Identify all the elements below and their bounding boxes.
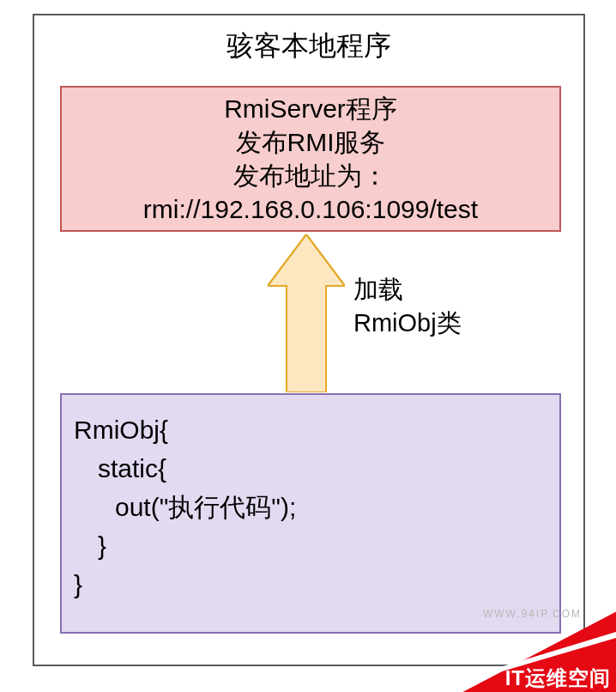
code-line-3: out("执行代码"); [74, 488, 547, 526]
arrow-up-icon [268, 234, 345, 392]
code-line-4: } [74, 526, 547, 565]
server-line1: RmiServer程序 [224, 92, 397, 125]
arrow-label-line2: RmiObj类 [353, 307, 462, 340]
server-box: RmiServer程序 发布RMI服务 发布地址为： rmi://192.168… [60, 86, 561, 232]
server-line3: 发布地址为： [233, 159, 388, 192]
code-line-2: static{ [74, 449, 547, 488]
server-line4: rmi://192.168.0.106:1099/test [143, 192, 478, 226]
banner-text: IT运维空间 [505, 665, 611, 692]
arrow-shape [268, 234, 345, 392]
arrow-label-line1: 加载 [353, 273, 462, 307]
server-line2: 发布RMI服务 [236, 125, 386, 159]
outer-title: 骇客本地程序 [34, 27, 583, 65]
code-line-1: RmiObj{ [74, 410, 547, 449]
outer-container: 骇客本地程序 RmiServer程序 发布RMI服务 发布地址为： rmi://… [33, 14, 585, 666]
arrow-label: 加载 RmiObj类 [353, 273, 462, 340]
arrow-up [268, 234, 345, 392]
